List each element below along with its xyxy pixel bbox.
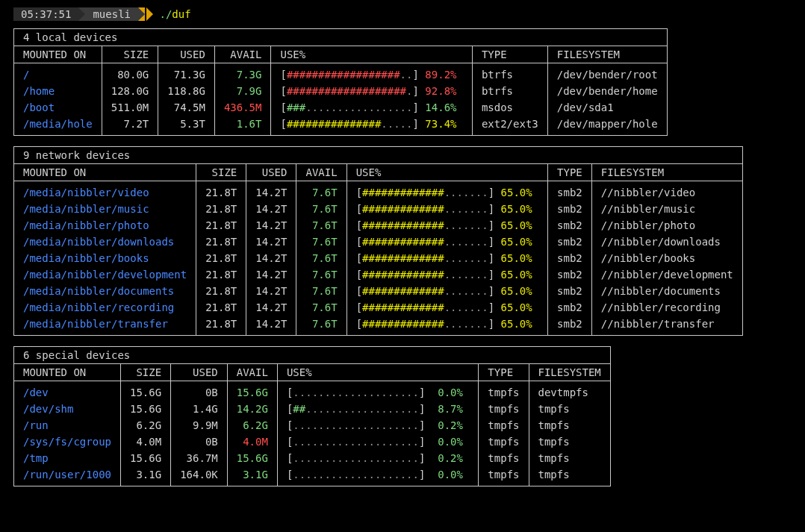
cell-mount: /media/hole — [14, 116, 102, 135]
cell-fs: //nibbler/development — [591, 266, 742, 283]
table-row: /media/nibbler/photo 21.8T14.2T 7.6T[###… — [14, 217, 742, 234]
device-table: MOUNTED ON SIZE USEDAVAILUSE% TYPE FILES… — [14, 364, 610, 486]
cell-size: 15.6G — [121, 450, 171, 466]
usage-bar-fill: ### — [287, 101, 305, 113]
usage-bar-fill: ## — [293, 403, 305, 415]
table-row: /media/nibbler/transfer 21.8T14.2T 7.6T[… — [14, 316, 742, 335]
col-type: TYPE — [548, 164, 592, 181]
cell-fs: //nibbler/photo — [591, 217, 742, 234]
col-avail: AVAIL — [214, 46, 271, 63]
cell-size: 4.0M — [121, 434, 171, 450]
cell-used: 0B — [171, 434, 228, 450]
section-title: 4 local devices — [14, 29, 667, 46]
cell-mount: /sys/fs/cgroup — [14, 434, 121, 450]
usage-bar-empty: ....... — [444, 236, 488, 248]
cell-fs: tmpfs — [529, 401, 610, 417]
col-size: SIZE — [196, 164, 246, 181]
table-row: /run 6.2G 9.9M 6.2G[....................… — [14, 417, 610, 434]
cell-size: 21.8T — [196, 299, 246, 316]
table-row: /home 128.0G118.8G 7.9G[################… — [14, 83, 667, 99]
cell-type: smb2 — [548, 201, 592, 217]
usage-bar-empty: ................. — [305, 101, 412, 113]
cell-used: 14.2T — [246, 217, 296, 234]
device-section: 6 special devicesMOUNTED ON SIZE USEDAVA… — [13, 346, 611, 486]
device-table: MOUNTED ON SIZE USEDAVAILUSE% TYPEFILESY… — [14, 164, 742, 335]
usage-bar-empty: .................... — [293, 436, 419, 448]
cell-size: 21.8T — [196, 316, 246, 335]
cell-mount: /media/nibbler/transfer — [14, 316, 196, 335]
cell-used: 14.2T — [246, 266, 296, 283]
usage-bar-fill: ################## — [287, 69, 400, 81]
col-usep: USE% — [271, 46, 472, 63]
usage-bar-empty: ....... — [444, 187, 488, 198]
cell-avail: 1.6T — [214, 116, 271, 135]
shell-prompt[interactable]: 05:37:51muesli ./duf — [13, 7, 792, 21]
usage-bar-fill: ############# — [362, 301, 444, 313]
section-title: 6 special devices — [14, 347, 610, 364]
cell-used: 14.2T — [246, 316, 296, 335]
cell-type: tmpfs — [479, 434, 529, 450]
cell-size: 15.6G — [121, 381, 171, 401]
device-section: 4 local devicesMOUNTED ON SIZE USED AVAI… — [13, 28, 668, 136]
table-header-row: MOUNTED ON SIZE USED AVAILUSE% TYPE FILE… — [14, 46, 667, 63]
cell-usage: [....................] 0.2% — [277, 417, 478, 434]
cell-mount: /dev/shm — [14, 401, 121, 417]
col-mounted: MOUNTED ON — [14, 364, 121, 381]
usage-percent: 73.4% — [425, 118, 456, 130]
col-size: SIZE — [102, 46, 158, 63]
cell-used: 14.2T — [246, 181, 296, 201]
table-row: /media/nibbler/recording 21.8T14.2T 7.6T… — [14, 299, 742, 316]
usage-bar-fill: ############# — [362, 203, 444, 215]
cell-mount: /media/nibbler/downloads — [14, 234, 196, 250]
cell-used: 74.5M — [158, 99, 215, 116]
cell-fs: //nibbler/books — [591, 250, 742, 266]
usage-percent: 0.0% — [432, 387, 463, 398]
cell-avail: 7.6T — [296, 316, 346, 335]
col-fs: FILESYSTEM — [591, 164, 742, 181]
cell-mount: /media/nibbler/development — [14, 266, 196, 283]
usage-percent: 0.0% — [432, 436, 463, 448]
cell-size: 511.0M — [102, 99, 158, 116]
cell-fs: /dev/bender/root — [547, 63, 666, 84]
col-avail: AVAIL — [296, 164, 346, 181]
cell-fs: //nibbler/music — [591, 201, 742, 217]
cell-mount: /tmp — [14, 450, 121, 466]
table-row: /media/nibbler/documents 21.8T14.2T 7.6T… — [14, 283, 742, 299]
cell-avail: 7.6T — [296, 217, 346, 234]
cell-type: smb2 — [548, 316, 592, 335]
usage-bar-empty: .. — [400, 69, 413, 81]
chevron-right-icon — [138, 7, 145, 21]
cell-usage: [....................] 0.0% — [277, 466, 478, 486]
usage-bar-empty: .................... — [293, 387, 419, 398]
cell-size: 21.8T — [196, 201, 246, 217]
cell-avail: 3.1G — [227, 466, 277, 486]
col-fs: FILESYSTEM — [547, 46, 666, 63]
cell-type: tmpfs — [479, 450, 529, 466]
usage-percent: 0.0% — [432, 469, 463, 481]
cell-type: btrfs — [472, 83, 547, 99]
cell-size: 21.8T — [196, 181, 246, 201]
cell-fs: //nibbler/video — [591, 181, 742, 201]
cell-size: 21.8T — [196, 250, 246, 266]
cell-size: 21.8T — [196, 266, 246, 283]
usage-percent: 89.2% — [425, 69, 456, 81]
cell-avail: 7.6T — [296, 234, 346, 250]
usage-percent: 14.6% — [425, 101, 456, 113]
table-header-row: MOUNTED ON SIZE USEDAVAILUSE% TYPEFILESY… — [14, 164, 742, 181]
cell-size: 3.1G — [121, 466, 171, 486]
cell-fs: devtmpfs — [529, 381, 610, 401]
col-usep: USE% — [346, 164, 547, 181]
cell-used: 14.2T — [246, 201, 296, 217]
cell-used: 1.4G — [171, 401, 228, 417]
prompt-user: muesli — [85, 7, 138, 21]
usage-percent: 65.0% — [501, 236, 532, 248]
cell-usage: [###.................] 14.6% — [271, 99, 472, 116]
usage-bar-fill: ############### — [287, 118, 381, 130]
cell-mount: /dev — [14, 381, 121, 401]
cell-avail: 4.0M — [227, 434, 277, 450]
cell-used: 14.2T — [246, 283, 296, 299]
cell-fs: /dev/bender/home — [547, 83, 666, 99]
cell-size: 21.8T — [196, 283, 246, 299]
usage-bar-fill: ############# — [362, 252, 444, 264]
usage-bar-fill: ############# — [362, 269, 444, 281]
